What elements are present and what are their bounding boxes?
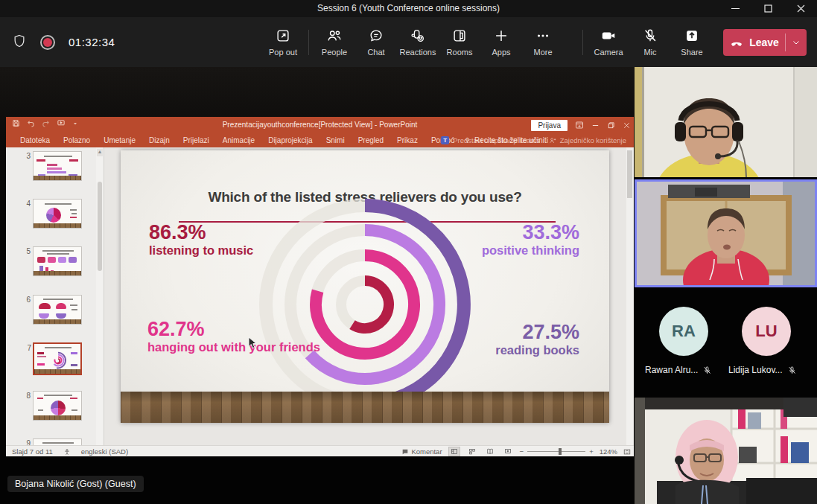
zoom-in-icon[interactable]: + — [589, 447, 594, 456]
slide-sorter-view-button[interactable] — [466, 447, 478, 456]
pop-out-label: Pop out — [269, 48, 297, 57]
ppt-titlebar: Prezentacijayouthconference[Protected Vi… — [6, 117, 634, 133]
participant-name-lidija: Lidija Lukov... — [728, 365, 797, 375]
active-speaker-label: Bojana Nikolić (Gost) (Guest) — [7, 476, 144, 492]
zoom-slider[interactable]: − + — [520, 447, 594, 456]
meeting-toolbar: 01:32:34 Pop out People Chat Reactions — [0, 17, 817, 67]
slide-number: 7 — [19, 344, 31, 352]
avatar-row: RA LU Rawan Alru... Lidija Lukov... — [635, 287, 817, 398]
present-in-teams-label: Predstavi u aplikaciji Teams — [453, 136, 540, 144]
toolbar-divider — [308, 30, 309, 55]
video-tile-participant-3[interactable] — [635, 398, 817, 504]
accessibility-icon[interactable] — [63, 448, 71, 456]
slide-thumbnail-9[interactable]: 9 — [33, 438, 82, 445]
video-tile-participant-1[interactable] — [635, 67, 817, 177]
reactions-label: Reactions — [400, 48, 436, 57]
ribbon-options-icon[interactable] — [575, 121, 584, 130]
mic-off-icon — [787, 366, 797, 375]
rooms-button[interactable]: Rooms — [439, 28, 480, 57]
present-in-teams-button[interactable]: T Predstavi u aplikaciji Teams — [441, 136, 540, 144]
participant-video-1 — [635, 67, 817, 177]
window-title: Session 6 (Youth Conference online sessi… — [0, 3, 817, 13]
slide-thumbnail-4[interactable]: 4 — [33, 199, 82, 229]
leave-menu-chevron-icon[interactable] — [786, 38, 807, 47]
share-session-button[interactable]: Zajedničko korištenje — [549, 136, 626, 144]
menu-snimi[interactable]: Snimi — [320, 134, 352, 147]
shared-screen-stage: Prezentacijayouthconference[Protected Vi… — [0, 67, 635, 504]
minimize-icon[interactable] — [719, 0, 751, 17]
ppt-close-icon[interactable] — [623, 121, 631, 130]
menu-prijelazi[interactable]: Prijelazi — [177, 134, 216, 147]
ppt-body: 3 4 — [6, 147, 634, 445]
mic-muted-button[interactable]: Mic — [629, 28, 671, 57]
apps-label: Apps — [492, 48, 510, 57]
menu-pregled[interactable]: Pregled — [352, 134, 390, 147]
fit-to-window-icon[interactable] — [623, 448, 631, 456]
slide-thumbnail-7-current[interactable]: 7 — [33, 342, 82, 375]
leave-button[interactable]: Leave — [723, 29, 807, 56]
slide-number: 9 — [19, 439, 31, 445]
scroll-up-icon[interactable]: ▲ — [97, 149, 103, 156]
menu-polazno[interactable]: Polazno — [57, 134, 97, 147]
menu-animacije[interactable]: Animacije — [216, 134, 261, 147]
stat-hanging-out: 62.7% hanging out with your friends — [147, 319, 371, 355]
slide-thumbnail-5[interactable]: 5 — [33, 246, 82, 276]
comment-icon — [401, 448, 409, 456]
stat-label: hanging out with your friends — [147, 339, 371, 355]
apps-button[interactable]: Apps — [480, 28, 522, 57]
recording-indicator-icon — [40, 35, 55, 50]
avatar-lidija[interactable]: LU — [742, 307, 791, 356]
ppt-minimize-icon[interactable] — [591, 121, 600, 130]
stat-label: reading books — [495, 342, 579, 358]
stat-value: 27.5% — [495, 322, 579, 342]
slide-floor-graphic — [121, 392, 609, 423]
video-tile-active-speaker[interactable] — [635, 179, 817, 287]
participant-video-3 — [635, 398, 817, 504]
mic-label: Mic — [643, 48, 656, 57]
stat-value: 62.7% — [147, 319, 371, 339]
menu-prikaz[interactable]: Prikaz — [390, 134, 425, 147]
maximize-icon[interactable] — [751, 0, 784, 17]
ppt-signin-button[interactable]: Prijava — [531, 120, 568, 131]
menu-dijaprojekcija[interactable]: Dijaprojekcija — [261, 134, 319, 147]
pop-out-button[interactable]: Pop out — [262, 28, 304, 57]
slide-number: 8 — [19, 392, 31, 400]
slide-number: 5 — [19, 247, 31, 255]
hangup-icon — [729, 35, 744, 50]
language-status[interactable]: engleski (SAD) — [81, 447, 128, 456]
camera-button[interactable]: Camera — [588, 28, 629, 57]
menu-dizajn[interactable]: Dizajn — [142, 134, 177, 147]
menu-umetanje[interactable]: Umetanje — [97, 134, 142, 147]
mouse-cursor — [248, 336, 258, 349]
slide-scrollbar[interactable] — [626, 147, 633, 445]
slide-thumbnail-8[interactable]: 8 — [33, 391, 82, 421]
comments-button[interactable]: Komentar — [401, 447, 442, 456]
avatar-rawan[interactable]: RA — [659, 307, 708, 356]
slide-counter: Slajd 7 od 11 — [12, 447, 53, 456]
people-button[interactable]: People — [314, 28, 355, 57]
more-button[interactable]: More — [522, 28, 564, 57]
ppt-statusbar: Slajd 7 od 11 engleski (SAD) Komentar — [6, 445, 634, 456]
zoom-knob[interactable] — [559, 448, 562, 455]
reactions-button[interactable]: Reactions — [397, 28, 439, 57]
more-label: More — [533, 48, 552, 57]
reading-view-button[interactable] — [484, 447, 496, 456]
powerpoint-window: Prezentacijayouthconference[Protected Vi… — [6, 117, 634, 456]
share-button[interactable]: Share — [671, 28, 713, 57]
chat-button[interactable]: Chat — [355, 28, 397, 57]
thumbnail-scrollbar[interactable]: ▲ — [96, 147, 104, 445]
close-icon[interactable] — [784, 0, 817, 17]
slide-thumbnail-6[interactable]: 6 — [33, 295, 82, 325]
ppt-restore-icon[interactable] — [607, 121, 615, 130]
ppt-ribbon: Datoteka Polazno Umetanje Dizajn Prijela… — [6, 133, 634, 147]
arc-chart — [121, 150, 609, 423]
slideshow-view-button[interactable] — [502, 447, 514, 456]
zoom-out-icon[interactable]: − — [520, 447, 524, 456]
normal-view-button[interactable] — [448, 447, 460, 456]
menu-datoteka[interactable]: Datoteka — [13, 134, 57, 147]
stat-reading-books: 27.5% reading books — [495, 322, 579, 358]
shield-icon[interactable] — [12, 33, 27, 52]
slide-thumbnail-3[interactable]: 3 — [33, 151, 82, 181]
teams-meeting-window: Session 6 (Youth Conference online sessi… — [0, 0, 817, 504]
stat-listening-to-music: 86.3% listening to music — [149, 222, 253, 258]
